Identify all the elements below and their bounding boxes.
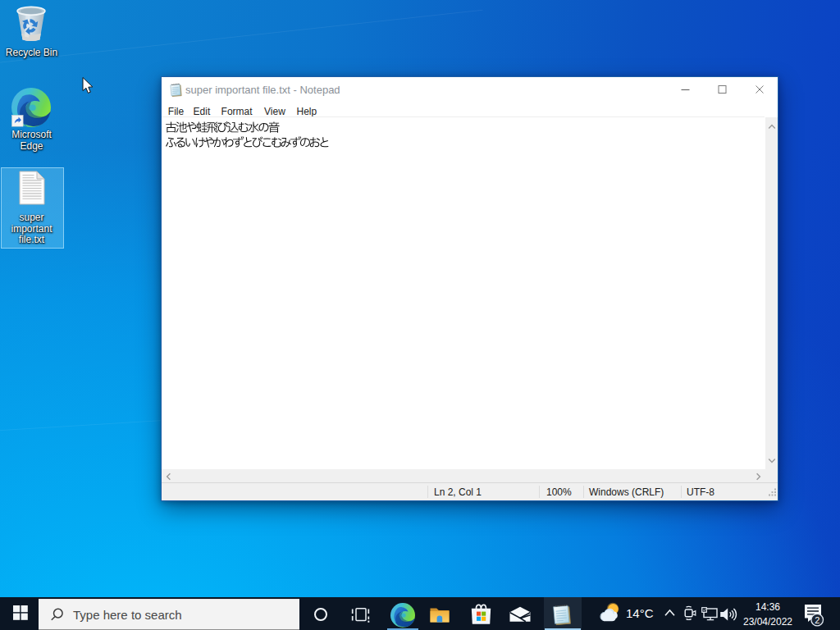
svg-text:2: 2 [815, 615, 819, 625]
